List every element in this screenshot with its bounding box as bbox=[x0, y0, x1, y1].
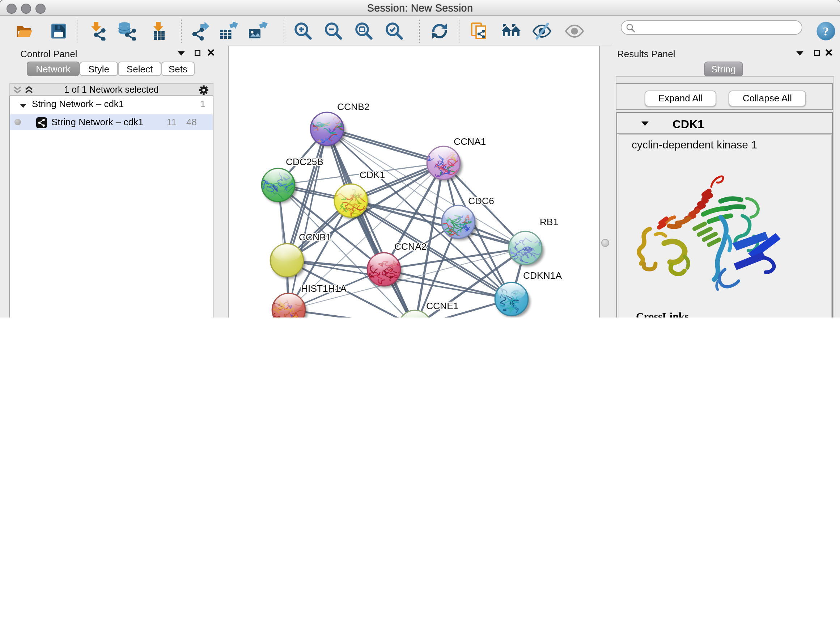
svg-text:CDC6: CDC6 bbox=[468, 195, 494, 206]
svg-text:CDC25B: CDC25B bbox=[286, 156, 324, 167]
svg-text:CCNE1: CCNE1 bbox=[426, 300, 458, 311]
svg-text:?: ? bbox=[823, 24, 829, 38]
svg-text:CCNA2: CCNA2 bbox=[394, 241, 426, 252]
svg-text:CDKN1A: CDKN1A bbox=[523, 270, 562, 280]
svg-text:CCNA1: CCNA1 bbox=[454, 136, 486, 147]
svg-text:CDK1: CDK1 bbox=[360, 169, 385, 180]
svg-text:RB1: RB1 bbox=[540, 216, 558, 227]
svg-text:HIST1H1A: HIST1H1A bbox=[301, 283, 347, 294]
svg-text:CCNB2: CCNB2 bbox=[337, 101, 369, 112]
svg-text:CCNB1: CCNB1 bbox=[299, 231, 331, 242]
